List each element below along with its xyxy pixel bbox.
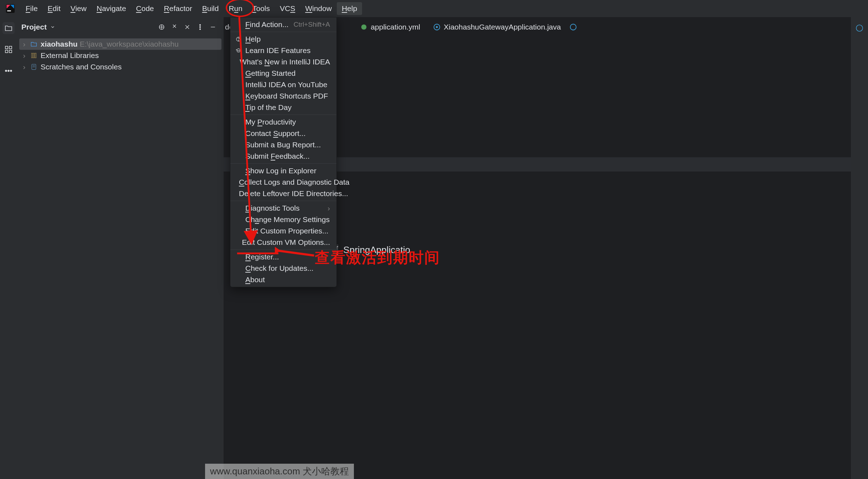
chevron-right-icon: › <box>328 204 330 212</box>
menu-item-label: Getting Started <box>245 69 330 78</box>
svg-point-26 <box>436 26 438 28</box>
help-menu-item[interactable]: Tip of the Day <box>230 102 336 113</box>
tree-scratches-label: Scratches and Consoles <box>41 63 122 71</box>
chevron-right-icon: › <box>21 51 27 60</box>
menu-item-label: IntelliJ IDEA on YouTube <box>245 80 330 89</box>
menu-item-label: Tip of the Day <box>245 103 330 112</box>
help-menu-item[interactable]: What's New in IntelliJ IDEA <box>230 56 336 68</box>
menubar-item-code[interactable]: Code <box>131 2 159 15</box>
svg-point-30 <box>238 40 239 41</box>
svg-point-27 <box>570 24 576 30</box>
help-menu-item[interactable]: Collect Logs and Diagnostic Data <box>230 177 336 188</box>
menu-item-label: Contact Support... <box>245 129 330 138</box>
help-menu-item[interactable]: Edit Custom Properties... <box>230 225 336 237</box>
help-menu-item[interactable]: Check for Updates... <box>230 263 336 274</box>
help-menu-item[interactable]: Delete Leftover IDE Directories... <box>230 188 336 199</box>
overflow-icon <box>569 23 577 31</box>
tree-root-path: E:\java_workspace\xiaohashu <box>80 40 179 48</box>
chevron-right-icon: › <box>21 40 27 48</box>
menubar-item-help[interactable]: Help <box>337 2 362 15</box>
help-menu-item[interactable]: About <box>230 274 336 285</box>
expand-all-icon[interactable] <box>169 22 180 32</box>
collapse-all-icon[interactable] <box>182 22 193 32</box>
tree-root-name: xiaohashu <box>41 40 78 48</box>
svg-point-24 <box>361 25 367 30</box>
menu-item-label: Edit Custom Properties... <box>245 227 330 235</box>
editor-tab-yml[interactable]: application.yml <box>354 17 427 37</box>
help-menu-item[interactable]: Change Memory Settings <box>230 214 336 225</box>
help-menu-item[interactable]: My Productivity <box>230 116 336 128</box>
help-menu-item[interactable]: Contact Support... <box>230 128 336 139</box>
menu-item-label: Submit Feedback... <box>245 152 330 160</box>
menubar-item-build[interactable]: Build <box>197 2 224 15</box>
help-menu-item[interactable]: Submit a Bug Report... <box>230 139 336 151</box>
menu-item-label: Collect Logs and Diagnostic Data <box>239 178 350 186</box>
svg-rect-1 <box>7 10 11 11</box>
editor-tab-overflow[interactable] <box>567 17 579 37</box>
menubar-item-tools[interactable]: Tools <box>247 2 275 15</box>
tree-root-row[interactable]: › xiaohashuE:\java_workspace\xiaohashu <box>19 38 221 50</box>
editor-tab-java[interactable]: XiaohashuGatewayApplication.java <box>427 17 567 37</box>
notifications-tool-button[interactable] <box>853 22 866 34</box>
help-menu-item[interactable]: Submit Feedback... <box>230 151 336 162</box>
project-sidebar: Project › xiaohashuE:\java_workspace\xia… <box>17 17 224 479</box>
help-menu-item[interactable]: Find Action...Ctrl+Shift+A <box>230 19 336 30</box>
help-menu-item[interactable]: Learn IDE Features <box>230 45 336 56</box>
file-yml-icon <box>360 23 368 31</box>
menubar-item-edit[interactable]: Edit <box>43 2 66 15</box>
help-menu-item[interactable]: Getting Started <box>230 68 336 79</box>
menu-item-label: What's New in IntelliJ IDEA <box>240 58 330 66</box>
menu-item-label: Submit a Bug Report... <box>245 141 330 149</box>
menubar-item-file[interactable]: File <box>21 2 43 15</box>
project-tool-button[interactable] <box>2 22 15 34</box>
right-tool-gutter <box>851 17 868 479</box>
menubar-item-vcs[interactable]: VCS <box>275 2 300 15</box>
project-sidebar-title[interactable]: Project <box>21 23 47 31</box>
menubar-item-refactor[interactable]: Refactor <box>159 2 197 15</box>
tab-label: XiaohashuGatewayApplication.java <box>444 23 561 31</box>
tab-label: application.yml <box>371 23 420 31</box>
help-menu-item[interactable]: Show Log in Explorer <box>230 165 336 177</box>
menubar-item-run[interactable]: Run <box>224 2 247 15</box>
structure-tool-button[interactable] <box>2 43 15 56</box>
left-tool-gutter <box>0 17 17 479</box>
tree-external-libs-row[interactable]: › External Libraries <box>19 50 221 61</box>
svg-point-15 <box>200 27 201 28</box>
help-menu-item[interactable]: Edit Custom VM Options... <box>230 237 336 248</box>
more-tool-button[interactable] <box>2 65 15 77</box>
menubar-item-view[interactable]: View <box>66 2 91 15</box>
menu-item-label: Help <box>245 35 330 43</box>
menu-separator <box>230 201 336 201</box>
code-text: SpringApplicatio <box>338 244 410 255</box>
help-menu-item[interactable]: Register... <box>230 251 336 263</box>
select-opened-file-icon[interactable] <box>156 22 167 32</box>
svg-point-16 <box>200 28 201 30</box>
tree-scratches-row[interactable]: › Scratches and Consoles <box>19 61 221 73</box>
menu-item-label: About <box>245 275 330 284</box>
svg-point-7 <box>8 70 9 72</box>
menu-item-label: Diagnostic Tools <box>245 204 324 212</box>
help-menu-item[interactable]: Diagnostic Tools› <box>230 202 336 214</box>
menubar-item-navigate[interactable]: Navigate <box>91 2 131 15</box>
hide-tool-window-icon[interactable] <box>208 22 218 32</box>
chevron-down-icon[interactable] <box>50 23 55 31</box>
scratch-icon <box>30 63 38 71</box>
svg-rect-5 <box>9 50 12 53</box>
svg-rect-2 <box>5 46 8 49</box>
menu-shortcut: Ctrl+Shift+A <box>294 21 330 28</box>
svg-point-28 <box>856 25 863 31</box>
help-menu-item[interactable]: Help <box>230 33 336 45</box>
tree-options-icon[interactable] <box>195 22 205 32</box>
menubar-item-window[interactable]: Window <box>300 2 337 15</box>
menu-item-label: My Productivity <box>245 118 330 126</box>
menu-item-label: Delete Leftover IDE Directories... <box>239 189 348 198</box>
svg-rect-3 <box>9 46 12 49</box>
menu-separator <box>230 32 336 32</box>
intellij-logo-icon <box>5 3 16 14</box>
menu-item-label: Find Action... <box>245 20 290 29</box>
help-menu-item[interactable]: Keyboard Shortcuts PDF <box>230 90 336 102</box>
help-menu-item[interactable]: IntelliJ IDEA on YouTube <box>230 79 336 90</box>
watermark: www.quanxiaoha.com 犬小哈教程 <box>205 464 354 479</box>
svg-point-6 <box>5 70 7 72</box>
project-sidebar-header: Project <box>17 17 224 37</box>
